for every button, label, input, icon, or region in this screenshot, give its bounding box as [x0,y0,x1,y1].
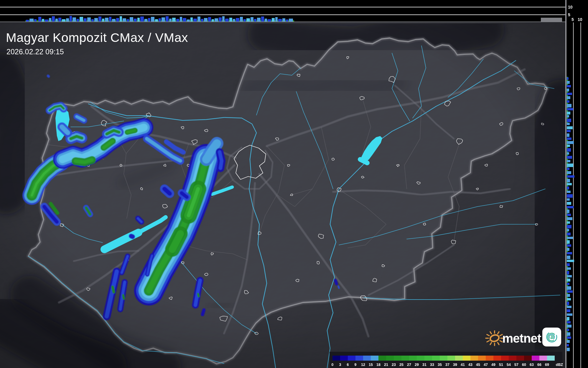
right-profile-bar [567,252,572,254]
legend-tick: 25 [399,363,403,367]
right-profile-bar [567,244,571,247]
right-profile-bar [567,104,571,107]
top-profile-bar [70,16,72,22]
right-profile-bar [567,202,571,205]
top-profile-bar [201,19,203,22]
legend-swatch [532,356,539,361]
right-profile-bar [567,175,574,178]
top-profile-bar [166,16,169,22]
top-profile-bar [176,19,179,22]
right-profile-bar [567,325,571,328]
right-profile-bar [567,187,569,189]
right-profile-bar [567,194,573,198]
right-profile-bar [567,263,570,266]
right-profile-bar [567,302,569,305]
right-profile-bar [567,198,570,201]
right-profile-bar [567,100,569,103]
top-gridline-5km [0,14,565,15]
legend-swatch [470,356,478,361]
legend-tick: 29 [415,363,419,367]
legend-tick: 33 [430,363,434,367]
right-gridline-10km [581,22,581,368]
legend-tick: 47 [484,363,488,367]
legend-swatch [386,356,394,361]
right-profile-bar [567,329,569,331]
top-profile-bar [183,18,186,22]
app-spiral-icon [542,328,561,346]
top-profile-bar [127,19,129,22]
legend-swatch [463,356,470,361]
right-profile-bar [567,183,572,185]
legend-swatch [432,356,440,361]
legend-swatch [363,356,371,361]
right-profile-bar [567,332,570,336]
legend-swatch [417,356,424,361]
top-profile-bar [246,18,250,22]
right-profile-bar [567,294,570,297]
top-profile-bar [62,19,65,22]
right-profile-bar [567,119,571,122]
top-profile-bar [98,17,101,22]
right-profile-bar [567,168,569,170]
right-profile-bar [567,340,570,343]
legend-tick: 60 [522,363,526,367]
right-height-profile [565,0,588,368]
right-profile-bar [567,313,572,316]
legend-tick: 0 [332,363,334,367]
top-profile-bar [286,19,288,22]
right-profile-bar [567,229,569,231]
legend-swatch [493,356,501,361]
right-profile-bar [567,275,572,277]
right-profile-bar [567,309,570,312]
legend-tick: 35 [438,363,442,367]
right-profile-bar [567,96,570,99]
top-profile-bar [278,19,282,22]
top-profile-bar [215,18,218,22]
top-profile-bar [140,17,144,22]
top-profile-bar [229,18,232,22]
top-profile-bar [73,17,76,22]
legend-tick: 27 [407,363,411,367]
top-profile-bar [289,19,293,22]
top-profile-bar [265,19,267,22]
right-profile-bar [567,133,569,137]
legend-swatch [394,356,401,361]
right-profile-bar [567,152,569,155]
top-profile-bar [162,17,165,22]
legend-tick: 9 [355,363,357,367]
legend-tick: 69 [545,363,549,367]
top-height-profile [0,0,565,23]
legend-tick: 39 [453,363,457,367]
legend-swatch [440,356,447,361]
right-profile-bar [567,267,571,270]
top-profile-bar [151,17,154,22]
legend-tick: 51 [499,363,503,367]
right-profile-bar [567,290,573,293]
right-profile-bar [567,298,571,300]
right-profile-bar [567,225,571,228]
legend-swatch [409,356,417,361]
top-profile-bar [275,17,278,22]
top-profile-bar [257,18,261,22]
top-profile-bar [197,17,200,22]
legend-tick: 41 [461,363,465,367]
top-profile-bar [219,17,222,22]
right-profile-bar [567,163,573,167]
right-profile-bar [567,206,574,208]
top-profile-bar [87,17,91,22]
right-profile-bar [567,108,573,110]
right-profile-bar [567,233,571,235]
top-profile-bar [148,18,150,22]
top-profile-bar [55,19,58,22]
panel-divider [565,0,566,368]
dbz-legend: 0369121518212325272931333537394143454749… [330,352,563,368]
top-profile-bar [204,18,207,22]
top-profile-bar [268,19,271,22]
right-profile-bar [567,148,571,152]
legend-swatch [401,356,409,361]
legend-tick: 21 [384,363,388,367]
legend-swatch [547,356,555,361]
map-layer [0,22,565,368]
top-profile-bar [94,18,98,22]
right-profile-bar [567,156,572,159]
